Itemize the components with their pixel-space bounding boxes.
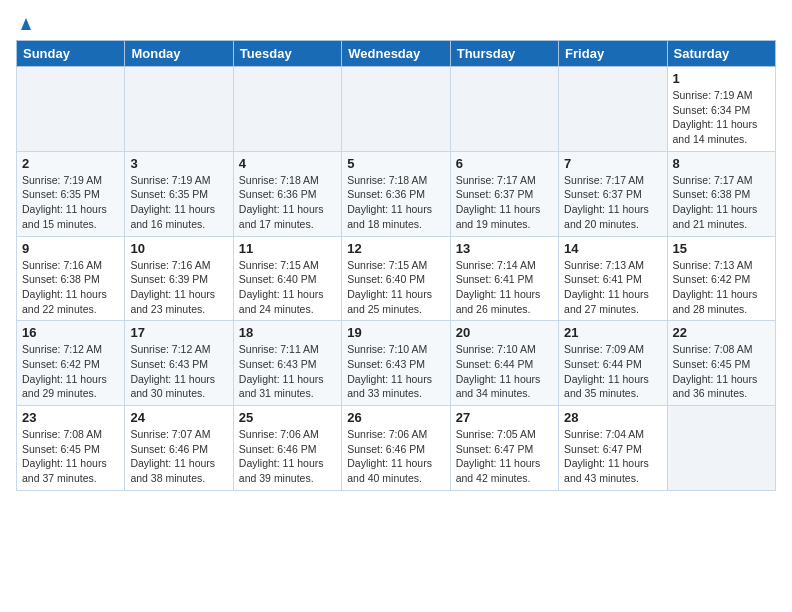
calendar-body: 1Sunrise: 7:19 AM Sunset: 6:34 PM Daylig…: [17, 67, 776, 491]
calendar-cell: [17, 67, 125, 152]
calendar-cell: 11Sunrise: 7:15 AM Sunset: 6:40 PM Dayli…: [233, 236, 341, 321]
calendar-cell: 6Sunrise: 7:17 AM Sunset: 6:37 PM Daylig…: [450, 151, 558, 236]
calendar-cell: 2Sunrise: 7:19 AM Sunset: 6:35 PM Daylig…: [17, 151, 125, 236]
calendar-cell: 27Sunrise: 7:05 AM Sunset: 6:47 PM Dayli…: [450, 406, 558, 491]
calendar-week-3: 9Sunrise: 7:16 AM Sunset: 6:38 PM Daylig…: [17, 236, 776, 321]
day-info: Sunrise: 7:08 AM Sunset: 6:45 PM Dayligh…: [22, 427, 119, 486]
day-info: Sunrise: 7:18 AM Sunset: 6:36 PM Dayligh…: [239, 173, 336, 232]
day-info: Sunrise: 7:11 AM Sunset: 6:43 PM Dayligh…: [239, 342, 336, 401]
day-info: Sunrise: 7:10 AM Sunset: 6:44 PM Dayligh…: [456, 342, 553, 401]
calendar-cell: 18Sunrise: 7:11 AM Sunset: 6:43 PM Dayli…: [233, 321, 341, 406]
calendar-cell: 21Sunrise: 7:09 AM Sunset: 6:44 PM Dayli…: [559, 321, 667, 406]
calendar-cell: 3Sunrise: 7:19 AM Sunset: 6:35 PM Daylig…: [125, 151, 233, 236]
day-number: 7: [564, 156, 661, 171]
calendar-cell: 16Sunrise: 7:12 AM Sunset: 6:42 PM Dayli…: [17, 321, 125, 406]
day-info: Sunrise: 7:19 AM Sunset: 6:35 PM Dayligh…: [22, 173, 119, 232]
day-info: Sunrise: 7:09 AM Sunset: 6:44 PM Dayligh…: [564, 342, 661, 401]
col-header-thursday: Thursday: [450, 41, 558, 67]
day-number: 15: [673, 241, 770, 256]
day-number: 13: [456, 241, 553, 256]
day-info: Sunrise: 7:15 AM Sunset: 6:40 PM Dayligh…: [239, 258, 336, 317]
day-info: Sunrise: 7:16 AM Sunset: 6:39 PM Dayligh…: [130, 258, 227, 317]
calendar-cell: 19Sunrise: 7:10 AM Sunset: 6:43 PM Dayli…: [342, 321, 450, 406]
col-header-tuesday: Tuesday: [233, 41, 341, 67]
day-info: Sunrise: 7:17 AM Sunset: 6:38 PM Dayligh…: [673, 173, 770, 232]
day-info: Sunrise: 7:04 AM Sunset: 6:47 PM Dayligh…: [564, 427, 661, 486]
calendar-cell: 4Sunrise: 7:18 AM Sunset: 6:36 PM Daylig…: [233, 151, 341, 236]
day-number: 17: [130, 325, 227, 340]
calendar-week-5: 23Sunrise: 7:08 AM Sunset: 6:45 PM Dayli…: [17, 406, 776, 491]
day-info: Sunrise: 7:08 AM Sunset: 6:45 PM Dayligh…: [673, 342, 770, 401]
logo-triangle-icon: [17, 14, 35, 32]
calendar-cell: 10Sunrise: 7:16 AM Sunset: 6:39 PM Dayli…: [125, 236, 233, 321]
day-number: 22: [673, 325, 770, 340]
day-info: Sunrise: 7:18 AM Sunset: 6:36 PM Dayligh…: [347, 173, 444, 232]
day-number: 11: [239, 241, 336, 256]
day-number: 27: [456, 410, 553, 425]
calendar-cell: 5Sunrise: 7:18 AM Sunset: 6:36 PM Daylig…: [342, 151, 450, 236]
calendar-week-2: 2Sunrise: 7:19 AM Sunset: 6:35 PM Daylig…: [17, 151, 776, 236]
day-number: 18: [239, 325, 336, 340]
day-number: 12: [347, 241, 444, 256]
calendar-cell: 25Sunrise: 7:06 AM Sunset: 6:46 PM Dayli…: [233, 406, 341, 491]
day-number: 10: [130, 241, 227, 256]
day-info: Sunrise: 7:07 AM Sunset: 6:46 PM Dayligh…: [130, 427, 227, 486]
calendar-cell: 22Sunrise: 7:08 AM Sunset: 6:45 PM Dayli…: [667, 321, 775, 406]
day-number: 20: [456, 325, 553, 340]
col-header-wednesday: Wednesday: [342, 41, 450, 67]
calendar-cell: 7Sunrise: 7:17 AM Sunset: 6:37 PM Daylig…: [559, 151, 667, 236]
calendar-header: SundayMondayTuesdayWednesdayThursdayFrid…: [17, 41, 776, 67]
day-info: Sunrise: 7:06 AM Sunset: 6:46 PM Dayligh…: [347, 427, 444, 486]
day-number: 19: [347, 325, 444, 340]
day-info: Sunrise: 7:12 AM Sunset: 6:43 PM Dayligh…: [130, 342, 227, 401]
calendar-cell: 20Sunrise: 7:10 AM Sunset: 6:44 PM Dayli…: [450, 321, 558, 406]
day-number: 26: [347, 410, 444, 425]
calendar-cell: 14Sunrise: 7:13 AM Sunset: 6:41 PM Dayli…: [559, 236, 667, 321]
calendar-cell: [667, 406, 775, 491]
day-number: 1: [673, 71, 770, 86]
day-info: Sunrise: 7:19 AM Sunset: 6:35 PM Dayligh…: [130, 173, 227, 232]
day-info: Sunrise: 7:14 AM Sunset: 6:41 PM Dayligh…: [456, 258, 553, 317]
logo: [16, 16, 35, 32]
day-number: 21: [564, 325, 661, 340]
calendar-cell: 23Sunrise: 7:08 AM Sunset: 6:45 PM Dayli…: [17, 406, 125, 491]
day-info: Sunrise: 7:05 AM Sunset: 6:47 PM Dayligh…: [456, 427, 553, 486]
calendar-cell: [559, 67, 667, 152]
day-number: 23: [22, 410, 119, 425]
day-number: 6: [456, 156, 553, 171]
day-number: 28: [564, 410, 661, 425]
page-header: [16, 16, 776, 32]
day-number: 3: [130, 156, 227, 171]
day-number: 24: [130, 410, 227, 425]
day-info: Sunrise: 7:06 AM Sunset: 6:46 PM Dayligh…: [239, 427, 336, 486]
calendar-cell: [450, 67, 558, 152]
calendar-cell: 9Sunrise: 7:16 AM Sunset: 6:38 PM Daylig…: [17, 236, 125, 321]
calendar-table: SundayMondayTuesdayWednesdayThursdayFrid…: [16, 40, 776, 491]
calendar-cell: 15Sunrise: 7:13 AM Sunset: 6:42 PM Dayli…: [667, 236, 775, 321]
day-number: 9: [22, 241, 119, 256]
calendar-cell: 13Sunrise: 7:14 AM Sunset: 6:41 PM Dayli…: [450, 236, 558, 321]
day-info: Sunrise: 7:17 AM Sunset: 6:37 PM Dayligh…: [456, 173, 553, 232]
day-info: Sunrise: 7:16 AM Sunset: 6:38 PM Dayligh…: [22, 258, 119, 317]
col-header-saturday: Saturday: [667, 41, 775, 67]
day-info: Sunrise: 7:10 AM Sunset: 6:43 PM Dayligh…: [347, 342, 444, 401]
day-number: 2: [22, 156, 119, 171]
calendar-cell: 28Sunrise: 7:04 AM Sunset: 6:47 PM Dayli…: [559, 406, 667, 491]
calendar-cell: 26Sunrise: 7:06 AM Sunset: 6:46 PM Dayli…: [342, 406, 450, 491]
svg-marker-0: [21, 18, 31, 30]
calendar-cell: [342, 67, 450, 152]
col-header-friday: Friday: [559, 41, 667, 67]
calendar-cell: 8Sunrise: 7:17 AM Sunset: 6:38 PM Daylig…: [667, 151, 775, 236]
day-number: 25: [239, 410, 336, 425]
day-info: Sunrise: 7:13 AM Sunset: 6:41 PM Dayligh…: [564, 258, 661, 317]
col-header-monday: Monday: [125, 41, 233, 67]
calendar-week-1: 1Sunrise: 7:19 AM Sunset: 6:34 PM Daylig…: [17, 67, 776, 152]
calendar-cell: [233, 67, 341, 152]
calendar-cell: [125, 67, 233, 152]
calendar-cell: 12Sunrise: 7:15 AM Sunset: 6:40 PM Dayli…: [342, 236, 450, 321]
day-number: 8: [673, 156, 770, 171]
day-number: 14: [564, 241, 661, 256]
day-number: 16: [22, 325, 119, 340]
day-info: Sunrise: 7:13 AM Sunset: 6:42 PM Dayligh…: [673, 258, 770, 317]
day-info: Sunrise: 7:17 AM Sunset: 6:37 PM Dayligh…: [564, 173, 661, 232]
